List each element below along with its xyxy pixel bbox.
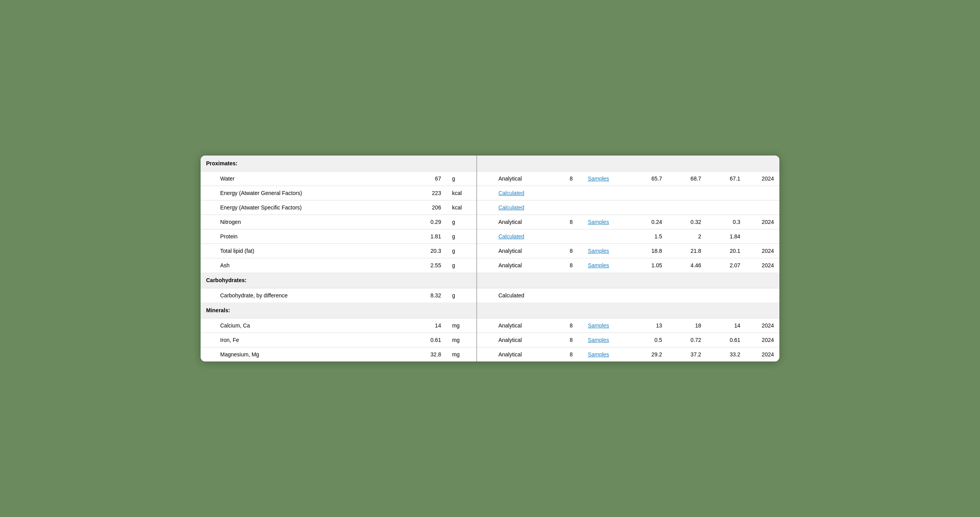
- sample-count: 8: [560, 318, 582, 333]
- nutrient-name: Ash: [201, 258, 413, 273]
- samples-cell[interactable]: Samples: [582, 258, 628, 273]
- table-row: Protein1.81gCalculated1.521.84: [201, 229, 779, 244]
- samples-cell[interactable]: Samples: [582, 333, 628, 347]
- min-value: [628, 288, 668, 303]
- table-row: Water67gAnalytical8Samples65.768.767.120…: [201, 172, 779, 186]
- sample-count: 8: [560, 172, 582, 186]
- sample-count: 8: [560, 244, 582, 258]
- median-value: 0.3: [707, 215, 746, 229]
- median-value: 20.1: [707, 244, 746, 258]
- samples-cell[interactable]: Samples: [582, 318, 628, 333]
- table-row: Energy (Atwater Specific Factors)206kcal…: [201, 200, 779, 215]
- nutrient-value: 206: [413, 200, 447, 215]
- year-value: [746, 288, 779, 303]
- nutrient-value: 2.55: [413, 258, 447, 273]
- year-value: 2024: [746, 318, 779, 333]
- method-cell: Analytical: [493, 258, 560, 273]
- nutrient-name: Water: [201, 172, 413, 186]
- nutrient-unit: mg: [447, 333, 477, 347]
- vertical-divider: [477, 186, 493, 200]
- nutrient-name: Total lipid (fat): [201, 244, 413, 258]
- max-value: 21.8: [668, 244, 707, 258]
- min-value: 13: [628, 318, 668, 333]
- nutrient-unit: g: [447, 244, 477, 258]
- nutrient-value: 20.3: [413, 244, 447, 258]
- min-value: 0.24: [628, 215, 668, 229]
- max-value: [668, 186, 707, 200]
- samples-cell[interactable]: Samples: [582, 172, 628, 186]
- median-value: 1.84: [707, 229, 746, 244]
- min-value: 29.2: [628, 347, 668, 362]
- table-row: Calcium, Ca14mgAnalytical8Samples1318142…: [201, 318, 779, 333]
- samples-link[interactable]: Samples: [588, 337, 609, 343]
- year-value: 2024: [746, 215, 779, 229]
- vertical-divider: [477, 258, 493, 273]
- table-row: Ash2.55gAnalytical8Samples1.054.462.0720…: [201, 258, 779, 273]
- section-right: [493, 156, 779, 172]
- vertical-divider: [477, 200, 493, 215]
- nutrient-name: Carbohydrate, by difference: [201, 288, 413, 303]
- calculated-link[interactable]: Calculated: [498, 233, 524, 240]
- min-value: 65.7: [628, 172, 668, 186]
- sample-count: [560, 200, 582, 215]
- nutrient-value: 67: [413, 172, 447, 186]
- table-row: Nitrogen0.29gAnalytical8Samples0.240.320…: [201, 215, 779, 229]
- vertical-divider: [477, 172, 493, 186]
- section-header: Minerals:: [201, 302, 779, 318]
- vertical-divider: [477, 244, 493, 258]
- max-value: 0.72: [668, 333, 707, 347]
- vertical-divider: [477, 215, 493, 229]
- max-value: 37.2: [668, 347, 707, 362]
- year-value: [746, 229, 779, 244]
- calculated-link[interactable]: Calculated: [498, 190, 524, 196]
- samples-cell[interactable]: Samples: [582, 244, 628, 258]
- nutrient-unit: kcal: [447, 200, 477, 215]
- method-cell[interactable]: Calculated: [493, 229, 560, 244]
- method-cell[interactable]: Calculated: [493, 186, 560, 200]
- section-header: Carbohydrates:: [201, 272, 779, 288]
- nutrient-unit: mg: [447, 318, 477, 333]
- method-cell: Analytical: [493, 347, 560, 362]
- method-cell: Analytical: [493, 172, 560, 186]
- sample-count: [560, 186, 582, 200]
- max-value: 4.46: [668, 258, 707, 273]
- nutrient-unit: g: [447, 288, 477, 303]
- nutrition-table: Proximates:Water67gAnalytical8Samples65.…: [201, 156, 779, 361]
- samples-cell[interactable]: Samples: [582, 215, 628, 229]
- nutrient-value: 0.61: [413, 333, 447, 347]
- nutrient-value: 8.32: [413, 288, 447, 303]
- samples-link[interactable]: Samples: [588, 219, 609, 225]
- vertical-divider: [477, 318, 493, 333]
- year-value: [746, 186, 779, 200]
- samples-link[interactable]: Samples: [588, 248, 609, 254]
- max-value: 2: [668, 229, 707, 244]
- section-right: [493, 272, 779, 288]
- nutrient-name: Magnesium, Mg: [201, 347, 413, 362]
- section-label: Minerals:: [201, 302, 477, 318]
- section-label: Carbohydrates:: [201, 272, 477, 288]
- samples-link[interactable]: Samples: [588, 322, 609, 329]
- section-label: Proximates:: [201, 156, 477, 172]
- samples-link[interactable]: Samples: [588, 262, 609, 268]
- min-value: [628, 186, 668, 200]
- samples-link[interactable]: Samples: [588, 351, 609, 358]
- year-value: 2024: [746, 244, 779, 258]
- table-row: Magnesium, Mg32.8mgAnalytical8Samples29.…: [201, 347, 779, 362]
- min-value: [628, 200, 668, 215]
- vertical-divider: [477, 272, 493, 288]
- vertical-divider: [477, 347, 493, 362]
- calculated-link[interactable]: Calculated: [498, 204, 524, 211]
- samples-cell[interactable]: Samples: [582, 347, 628, 362]
- min-value: 18.8: [628, 244, 668, 258]
- table-row: Iron, Fe0.61mgAnalytical8Samples0.50.720…: [201, 333, 779, 347]
- method-cell: Analytical: [493, 318, 560, 333]
- table-row: Carbohydrate, by difference8.32gCalculat…: [201, 288, 779, 303]
- method-cell[interactable]: Calculated: [493, 200, 560, 215]
- median-value: 67.1: [707, 172, 746, 186]
- table-row: Energy (Atwater General Factors)223kcalC…: [201, 186, 779, 200]
- min-value: 0.5: [628, 333, 668, 347]
- median-value: 33.2: [707, 347, 746, 362]
- year-value: 2024: [746, 347, 779, 362]
- vertical-divider: [477, 288, 493, 303]
- samples-link[interactable]: Samples: [588, 175, 609, 182]
